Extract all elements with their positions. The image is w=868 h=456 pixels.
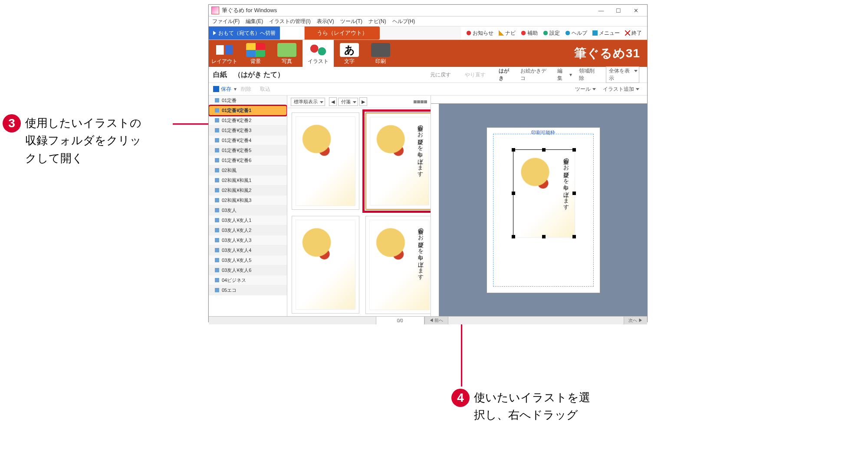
folder-item[interactable]: 04ビジネス — [209, 275, 287, 285]
menu-navi[interactable]: ナビ(N) — [368, 18, 386, 25]
save-button[interactable]: 保存▾ — [213, 86, 237, 93]
minimize-button[interactable]: — — [592, 6, 610, 15]
folder-item[interactable]: 03友人¥友人5 — [209, 255, 287, 265]
save-icon — [213, 86, 219, 92]
folder-icon — [215, 228, 219, 232]
folder-item[interactable]: 03友人¥友人4 — [209, 245, 287, 255]
tool-print[interactable]: 印刷 — [365, 40, 396, 67]
folder-label: 01定番¥定番5 — [222, 147, 251, 154]
folder-label: 02和風¥和風1 — [222, 177, 251, 184]
thumbnail-pane: 標準順表示 ◀ 付箋 ▶ 新春のお慶びを申し上げます 新春のお慶びを申し上げます — [287, 96, 431, 316]
menu-help[interactable]: ヘルプ(H) — [392, 18, 415, 25]
thumbnail-item-selected[interactable]: 新春のお慶びを申し上げます — [365, 112, 431, 210]
callout-4-text: 使いたいイラストを選 択し、右へドラッグ — [474, 389, 590, 424]
menu-file[interactable]: ファイル(F) — [212, 18, 240, 25]
brand-logo: 筆ぐるめ31 — [396, 40, 647, 67]
add-illust-button[interactable]: イラスト追加 — [603, 86, 639, 93]
tab-ura[interactable]: うら（レイアウト） — [305, 26, 380, 40]
canvas[interactable]: 印刷可能枠 新春のお慶びを申し上げます — [439, 104, 647, 316]
redo-button[interactable]: やり直す — [465, 71, 495, 79]
illust-preview: 新春のお慶びを申し上げます — [370, 117, 429, 205]
folder-icon — [215, 238, 219, 242]
selection-box[interactable]: 新春のお慶びを申し上げます — [513, 149, 575, 237]
tool-background[interactable]: 背景 — [240, 40, 271, 67]
menu-illust-manage[interactable]: イラストの管理(I) — [269, 18, 310, 25]
folder-item[interactable]: 03友人¥友人1 — [209, 215, 287, 225]
folder-item[interactable]: 01定番¥定番4 — [209, 135, 287, 145]
tool-illust[interactable]: イラスト — [302, 40, 334, 67]
folder-icon — [215, 118, 219, 122]
folder-item[interactable]: 01定番¥定番1 — [209, 106, 287, 116]
folder-label: 01定番 — [222, 97, 237, 104]
photo-icon — [277, 43, 296, 57]
folder-item[interactable]: 01定番¥定番6 — [209, 155, 287, 165]
next-page-button[interactable]: 次へ ▶ — [624, 317, 647, 324]
folder-item[interactable]: 01定番¥定番3 — [209, 126, 287, 135]
folder-item[interactable]: 01定番¥定番5 — [209, 145, 287, 155]
tool-photo[interactable]: 写真 — [271, 40, 302, 67]
thumbnail-item[interactable]: 新春のお慶びを申し上げます — [365, 216, 431, 314]
folder-icon — [215, 278, 219, 282]
folder-icon — [215, 208, 219, 212]
switch-omote-button[interactable]: おもて（宛て名）へ切替 — [209, 26, 280, 40]
deco-button[interactable]: お絵かきデコ — [520, 67, 550, 82]
edit-dropdown[interactable]: 編集▾ — [557, 67, 572, 82]
print-icon — [371, 43, 390, 57]
prev-page-button[interactable]: ◀ 前へ — [424, 317, 448, 324]
menu-edit[interactable]: 編集(E) — [246, 18, 263, 25]
folder-item[interactable]: 02和風¥和風3 — [209, 195, 287, 205]
folder-item[interactable]: 02和風 — [209, 165, 287, 175]
action-navi[interactable]: ナビ — [499, 30, 516, 37]
action-menu[interactable]: メニュー — [592, 30, 620, 37]
thumbnail-item[interactable] — [292, 112, 359, 210]
undo-button[interactable]: 元に戻す — [430, 71, 465, 79]
tool-dropdown[interactable]: ツール — [575, 86, 596, 93]
action-assist[interactable]: 補助 — [521, 30, 538, 37]
folder-item[interactable]: 03友人 — [209, 205, 287, 215]
mode-tabs: おもて（宛て名）へ切替 うら（レイアウト） お知らせ ナビ 補助 設定 ヘルプ … — [209, 26, 647, 40]
folder-label: 01定番¥定番6 — [222, 157, 251, 164]
question-icon — [565, 30, 570, 36]
delete-area-button[interactable]: 領域削除 — [579, 67, 599, 82]
ruler-horizontal — [431, 96, 647, 104]
illust-text: 新春のお慶びを申し上げます — [417, 225, 425, 277]
delete-button[interactable]: 削除 — [241, 86, 251, 93]
close-button[interactable]: ✕ — [627, 6, 644, 15]
menu-view[interactable]: 表示(V) — [317, 18, 334, 25]
nav-first-button[interactable]: ◀ — [329, 97, 337, 106]
thumbnail-item[interactable] — [292, 216, 359, 313]
tool-text[interactable]: あ文字 — [334, 40, 365, 67]
folder-icon — [215, 108, 219, 112]
nav-last-button[interactable]: ▶ — [359, 97, 367, 106]
folder-item[interactable]: 01定番¥定番2 — [209, 116, 287, 126]
preview-pane: 印刷可能枠 新春のお慶びを申し上げます — [431, 96, 647, 316]
gear-icon — [543, 30, 548, 36]
action-settings[interactable]: 設定 — [543, 30, 560, 37]
folder-item[interactable]: 03友人¥友人2 — [209, 225, 287, 235]
action-news[interactable]: お知らせ — [466, 30, 493, 37]
label-hagaki: はがき — [499, 67, 513, 82]
folder-item[interactable]: 05エコ — [209, 285, 287, 295]
folder-item[interactable]: 03友人¥友人3 — [209, 235, 287, 245]
import-button[interactable]: 取込 — [260, 86, 270, 93]
text-icon: あ — [340, 43, 359, 57]
folder-list: 01定番01定番¥定番101定番¥定番201定番¥定番301定番¥定番401定番… — [209, 96, 287, 316]
maximize-button[interactable]: ☐ — [610, 6, 627, 15]
action-help[interactable]: ヘルプ — [565, 30, 587, 37]
small-action-bar: 保存▾ 削除 取込 ツール イラスト追加 — [209, 83, 647, 96]
zoom-select[interactable]: 全体を表示 — [606, 66, 639, 83]
tool-layout[interactable]: レイアウト — [209, 40, 240, 67]
folder-item[interactable]: 02和風¥和風2 — [209, 185, 287, 195]
folder-label: 03友人¥友人1 — [222, 217, 251, 224]
folder-item[interactable]: 03友人¥友人6 — [209, 265, 287, 275]
menu-tool[interactable]: ツール(T) — [340, 18, 362, 25]
tag-select[interactable]: 付箋 — [338, 98, 358, 106]
folder-item[interactable]: 01定番 — [209, 96, 287, 106]
placed-illust[interactable]: 新春のお慶びを申し上げます — [513, 150, 575, 238]
action-exit[interactable]: 終了 — [625, 30, 642, 37]
folder-label: 02和風 — [222, 167, 237, 174]
folder-item[interactable]: 02和風¥和風1 — [209, 175, 287, 185]
folder-label: 03友人¥友人3 — [222, 237, 251, 244]
sort-select[interactable]: 標準順表示 — [291, 98, 325, 106]
view-grid-button[interactable] — [414, 100, 427, 103]
